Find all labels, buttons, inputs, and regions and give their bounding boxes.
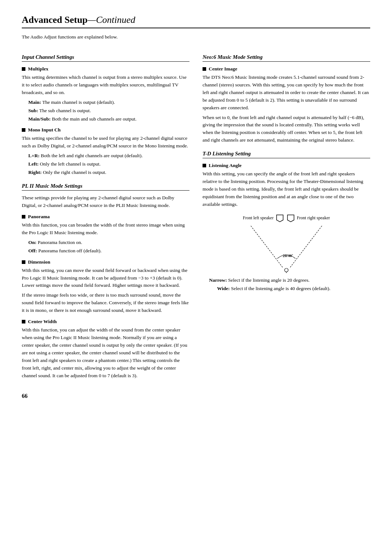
bullet-icon xyxy=(22,128,25,132)
multiplex-body: This setting determines which channel is… xyxy=(22,74,189,97)
opt-label-lr: L+R: xyxy=(28,153,40,158)
svg-text:20/40˚: 20/40˚ xyxy=(283,253,293,258)
opt-text-sub: The sub channel is output. xyxy=(39,108,91,113)
center-image-body2: When set to 0, the front left and right … xyxy=(203,114,370,144)
svg-line-3 xyxy=(290,226,322,268)
dimension-body1: With this setting, you can move the soun… xyxy=(22,267,189,290)
center-width-label: Center Width xyxy=(28,319,57,325)
panorama-label: Panorama xyxy=(28,214,50,220)
subsection-dimension: Dimension xyxy=(22,259,189,265)
opt-text-narrow: Select if the listening angle is 20 degr… xyxy=(228,277,310,283)
title-text: Advanced Setup xyxy=(22,15,87,25)
bullet-icon xyxy=(22,260,25,264)
bullet-icon xyxy=(22,215,25,219)
page-number: 66 xyxy=(22,393,370,399)
right-speaker-label: Front right speaker xyxy=(297,215,330,221)
opt-text-right: Only the right channel is output. xyxy=(43,170,106,175)
left-speaker-label: Front left speaker xyxy=(243,215,274,221)
opt-label-mainsub: Main/Sub: xyxy=(28,116,51,122)
left-column: Input Channel Settings Multiplex This se… xyxy=(22,48,189,382)
bullet-icon xyxy=(22,320,25,323)
speaker-diagram: Front left speaker Front right speaker xyxy=(203,214,370,273)
mono-option-left: Left: Only the left channel is output. xyxy=(28,160,189,168)
listening-angle-body: With this setting, you can specify the a… xyxy=(203,170,370,208)
svg-point-5 xyxy=(285,268,288,272)
subsection-panorama: Panorama xyxy=(22,214,189,220)
td-option-narrow: Narrow: Select if the listening angle is… xyxy=(209,277,370,284)
multiplex-option-mainsub: Main/Sub: Both the main and sub channels… xyxy=(28,115,189,123)
center-width-body: With this function, you can adjust the w… xyxy=(22,326,189,379)
subsection-center-width: Center Width xyxy=(22,319,189,325)
section-pl-ii-music: PL II Music Mode Settings xyxy=(22,183,189,191)
page-title: Advanced Setup—Continued xyxy=(22,15,370,28)
panorama-body: With this function, you can broaden the … xyxy=(22,221,189,237)
center-image-body1: The DTS Neo:6 Music listening mode creat… xyxy=(203,74,370,112)
subsection-listening-angle: Listening Angle xyxy=(203,163,370,168)
opt-label-right: Right: xyxy=(28,170,42,175)
opt-text-left: Only the left channel is output. xyxy=(40,161,101,167)
title-continued: —Continued xyxy=(87,15,135,25)
opt-text-on: Panorama function on. xyxy=(38,240,82,245)
two-col-layout: Input Channel Settings Multiplex This se… xyxy=(22,48,370,382)
section-td-listening: T-D Listening Setting xyxy=(203,151,370,158)
td-option-wide: Wide: Select if the listening angle is 4… xyxy=(217,285,370,293)
listening-angle-label: Listening Angle xyxy=(209,163,241,168)
panorama-option-off: Off: Panorama function off (default). xyxy=(28,247,189,255)
opt-label-wide: Wide: xyxy=(217,286,230,291)
opt-text-main: The main channel is output (default). xyxy=(42,99,115,105)
bullet-icon xyxy=(22,67,25,71)
mono-input-body: This setting specifies the channel to be… xyxy=(22,135,189,150)
section-neo6-music: Neo:6 Music Mode Setting xyxy=(203,54,370,62)
mono-option-lr: L+R: Both the left and right channels ar… xyxy=(28,152,189,160)
right-speaker-icon xyxy=(286,214,295,222)
opt-label-main: Main: xyxy=(28,99,41,105)
multiplex-option-main: Main: The main channel is output (defaul… xyxy=(28,99,189,106)
center-image-label: Center Image xyxy=(209,66,237,72)
section-input-channel-settings: Input Channel Settings xyxy=(22,54,189,62)
opt-label-off: Off: xyxy=(28,248,37,253)
angle-diagram-svg: 20/40˚ xyxy=(243,222,330,273)
subsection-multiplex: Multiplex xyxy=(22,66,189,72)
opt-text-lr: Both the left and right channels are out… xyxy=(41,153,143,158)
bullet-icon xyxy=(203,67,206,71)
intro-text: The Audio Adjust functions are explained… xyxy=(22,33,370,41)
right-column: Neo:6 Music Mode Setting Center Image Th… xyxy=(203,48,370,382)
opt-text-mainsub: Both the main and sub channels are outpu… xyxy=(52,116,136,122)
left-speaker-icon xyxy=(275,214,285,222)
subsection-mono-input: Mono Input Ch xyxy=(22,127,189,133)
dimension-label: Dimension xyxy=(28,259,50,265)
right-speaker-group: Front right speaker xyxy=(286,214,330,222)
svg-marker-0 xyxy=(277,215,283,222)
svg-marker-1 xyxy=(287,215,294,222)
mono-input-label: Mono Input Ch xyxy=(28,127,61,133)
mono-option-right: Right: Only the right channel is output. xyxy=(28,169,189,176)
opt-label-narrow: Narrow: xyxy=(209,277,227,283)
opt-label-sub: Sub: xyxy=(28,108,38,113)
opt-label-on: On: xyxy=(28,240,37,245)
opt-text-off: Panorama function off (default). xyxy=(38,248,101,253)
panorama-option-on: On: Panorama function on. xyxy=(28,239,189,247)
subsection-center-image: Center Image xyxy=(203,66,370,72)
left-speaker-group: Front left speaker xyxy=(243,214,285,222)
multiplex-option-sub: Sub: The sub channel is output. xyxy=(28,107,189,115)
dimension-body2: If the stereo image feels too wide, or t… xyxy=(22,292,189,314)
opt-text-wide: Select if the listening angle is 40 degr… xyxy=(231,286,330,291)
svg-line-2 xyxy=(251,226,283,268)
bullet-icon xyxy=(203,164,206,167)
opt-label-left: Left: xyxy=(28,161,38,167)
multiplex-label: Multiplex xyxy=(28,66,48,72)
pl-ii-intro: These settings provide for playing any 2… xyxy=(22,194,189,209)
